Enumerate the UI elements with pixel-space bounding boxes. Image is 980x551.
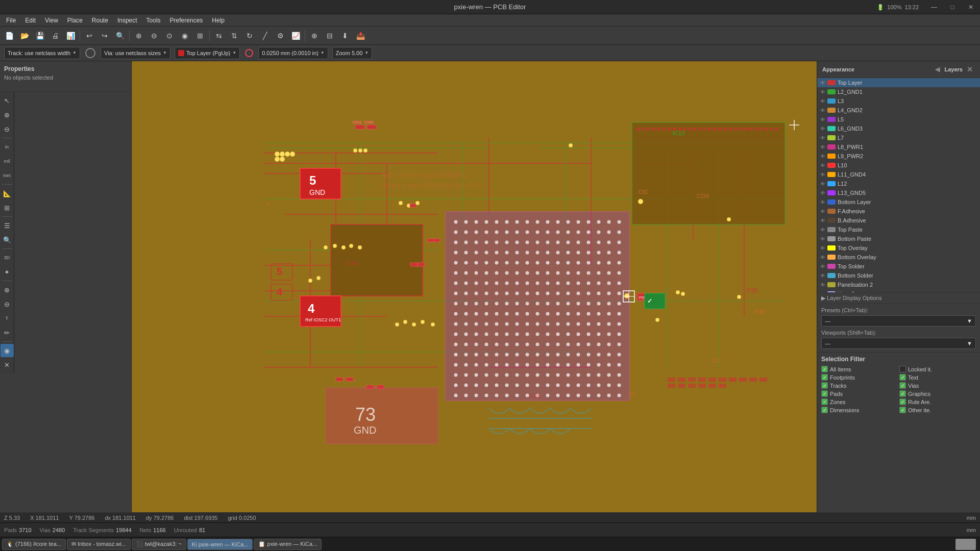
via-size-selector[interactable]: Via: use netclass sizes ▼ [101, 47, 170, 59]
taskbar-item-inbox[interactable]: ✉ Inbox - tomasz.wi... [67, 539, 131, 550]
menu-file[interactable]: File [2, 16, 20, 25]
zoom-fit-button[interactable]: ⊙ [162, 29, 177, 43]
tool-zoom-in[interactable]: ⊕ [1, 108, 14, 121]
layer-item-bottomlayer[interactable]: 👁 Bottom Layer [817, 197, 980, 207]
layer-eye-bottomoverlay[interactable]: 👁 [820, 255, 825, 260]
layer-eye-l4gnd2[interactable]: 👁 [820, 108, 825, 113]
taskbar-item-terminal[interactable]: ⬛ twl@kazak3: ~ [132, 539, 186, 550]
layer-eye-l9pwr2[interactable]: 👁 [820, 154, 825, 159]
layer-item-l8pwr1[interactable]: 👁 L8_PWR1 [817, 142, 980, 152]
search-button[interactable]: 🔍 [113, 29, 127, 43]
tool-in[interactable]: in [1, 140, 14, 154]
layer-eye-panel2[interactable]: 👁 [820, 282, 825, 288]
zoom-in-button[interactable]: ⊕ [132, 29, 146, 43]
layer-item-l3[interactable]: 👁 L3 [817, 96, 980, 106]
layer-eye-toplayer[interactable]: 👁 [820, 80, 825, 86]
layer-eye-bottomlayer[interactable]: 👁 [820, 199, 825, 205]
filter-check-vias[interactable] [899, 382, 906, 389]
flip-v-button[interactable]: ⇅ [227, 29, 241, 43]
tool-mm[interactable]: mm [1, 169, 14, 182]
via-selector[interactable] [85, 48, 95, 58]
route-track-button[interactable]: ╱ [258, 29, 272, 43]
grid-origin-button[interactable]: ⊕ [307, 29, 322, 43]
tool-arrow[interactable]: ↖ [1, 94, 14, 107]
layer-item-toppaste[interactable]: 👁 Top Paste [817, 225, 980, 234]
layer-eye-l10[interactable]: 👁 [820, 163, 825, 168]
zoom-sel-button[interactable]: ⊞ [193, 29, 207, 43]
viewports-dropdown[interactable]: --- ▼ [821, 338, 976, 349]
filter-check-ruleareas[interactable] [899, 398, 906, 405]
import-button[interactable]: ⬇ [338, 29, 352, 43]
taskbar-item-kicad[interactable]: Ki pxie-wren — KiCa... [187, 539, 253, 550]
tool-3d[interactable]: 3D [1, 251, 14, 264]
plot-button[interactable]: 📊 [63, 29, 78, 43]
filter-check-footprints[interactable] [821, 374, 828, 381]
layer-eye-l12[interactable]: 👁 [820, 181, 825, 187]
flip-h-button[interactable]: ⇆ [212, 29, 226, 43]
layer-item-topsolder[interactable]: 👁 Top Solder [817, 262, 980, 271]
layer-item-l6gnd3[interactable]: 👁 L6_GND3 [817, 124, 980, 133]
tool-mil[interactable]: mil [1, 155, 14, 168]
tool-close[interactable]: ✕ [1, 358, 14, 371]
menu-help[interactable]: Help [208, 16, 229, 25]
print-button[interactable]: 🖨 [48, 29, 62, 43]
menu-route[interactable]: Route [88, 16, 112, 25]
layer-item-panel2[interactable]: 👁 Panelisation 2 [817, 280, 980, 289]
maximize-button[interactable]: □ [943, 0, 962, 14]
layer-item-bottomoverlay[interactable]: 👁 Bottom Overlay [817, 253, 980, 262]
layer-eye-topsolder[interactable]: 👁 [820, 264, 825, 269]
layer-item-badhesive[interactable]: 👁 B.Adhesive [817, 216, 980, 225]
menu-view[interactable]: View [41, 16, 62, 25]
filter-check-dimensions[interactable] [821, 407, 828, 413]
layer-eye-l5[interactable]: 👁 [820, 117, 825, 122]
layer-item-bottomsolder[interactable]: 👁 Bottom Solder [817, 271, 980, 280]
layer-item-l9pwr2[interactable]: 👁 L9_PWR2 [817, 152, 980, 161]
filter-check-pads[interactable] [821, 390, 828, 397]
menu-edit[interactable]: Edit [21, 16, 40, 25]
filter-check-locked[interactable] [899, 366, 906, 372]
export-button[interactable]: 📤 [353, 29, 368, 43]
layer-eye-l13gnd5[interactable]: 👁 [820, 190, 825, 196]
save-button[interactable]: 💾 [33, 29, 47, 43]
tool-draw[interactable]: ✏ [1, 326, 14, 339]
filter-check-otheritems[interactable] [899, 407, 906, 413]
tool-inspect[interactable]: 🔍 [1, 233, 14, 246]
open-button[interactable]: 📂 [17, 29, 32, 43]
tool-collapse[interactable]: ⊖ [1, 297, 14, 311]
undo-button[interactable]: ↩ [82, 29, 96, 43]
track-selector[interactable]: Track: use netclass width ▼ [4, 47, 80, 59]
tool-net-inspector[interactable]: ☰ [1, 219, 14, 232]
filter-check-allitems[interactable] [821, 366, 828, 372]
zoom-out-button[interactable]: ⊖ [147, 29, 161, 43]
layer-eye-bottompaste[interactable]: 👁 [820, 236, 825, 242]
layer-item-l12[interactable]: 👁 L12 [817, 179, 980, 188]
layer-item-l7[interactable]: 👁 L7 [817, 133, 980, 142]
panel-close-button[interactable]: ✕ [965, 64, 975, 74]
layer-eye-topoverlay[interactable]: 👁 [820, 245, 825, 251]
taskbar-item-core[interactable]: 🐧 (7166) #core tea... [2, 539, 66, 550]
layer-eye-l3[interactable]: 👁 [820, 98, 825, 104]
layer-item-fadhesive[interactable]: 👁 F.Adhesive [817, 207, 980, 216]
minimize-button[interactable]: — [925, 0, 943, 14]
menu-preferences[interactable]: Preferences [166, 16, 207, 25]
filter-check-zones[interactable] [821, 398, 828, 405]
layer-item-bottompaste[interactable]: 👁 Bottom Paste [817, 234, 980, 243]
layer-eye-fadhesive[interactable]: 👁 [820, 209, 825, 214]
close-button[interactable]: ✕ [962, 0, 980, 14]
layer-item-l13gnd5[interactable]: 👁 L13_GND5 [817, 188, 980, 197]
layer-eye-l6gnd3[interactable]: 👁 [820, 126, 825, 132]
zoom-selector[interactable]: Zoom 5.00 ▼ [332, 47, 373, 59]
presets-dropdown[interactable]: --- ▼ [821, 315, 976, 327]
clearance-selector[interactable]: 0.0250 mm (0.0010 in) ▼ [258, 47, 328, 59]
tool-scripting[interactable]: ✦ [1, 265, 14, 279]
drill-button[interactable]: ⊟ [323, 29, 337, 43]
layer-selector[interactable]: Top Layer (PgUp) ▼ [175, 47, 240, 59]
layer-eye-l8pwr1[interactable]: 👁 [820, 144, 825, 150]
layer-eye-l7[interactable]: 👁 [820, 135, 825, 141]
menu-place[interactable]: Place [63, 16, 87, 25]
layer-item-toplayer[interactable]: 👁 Top Layer [817, 78, 980, 87]
layer-item-l5[interactable]: 👁 L5 [817, 115, 980, 124]
menu-tools[interactable]: Tools [142, 16, 165, 25]
layer-item-l10[interactable]: 👁 L10 [817, 161, 980, 170]
netinspector-button[interactable]: 📈 [288, 29, 303, 43]
